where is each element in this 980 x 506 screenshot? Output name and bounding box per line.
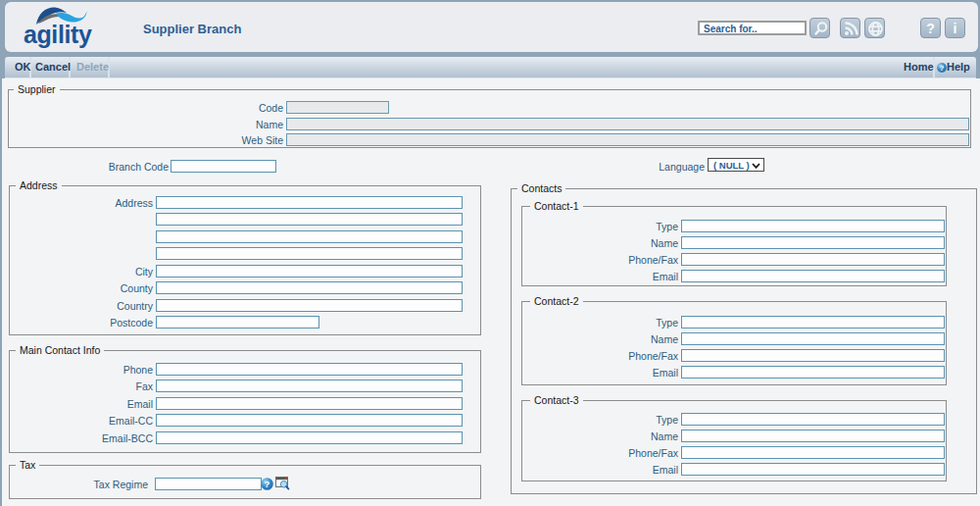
svg-text:agility: agility <box>24 21 92 48</box>
svg-text:?: ? <box>265 479 270 489</box>
svg-text:?: ? <box>940 64 945 73</box>
